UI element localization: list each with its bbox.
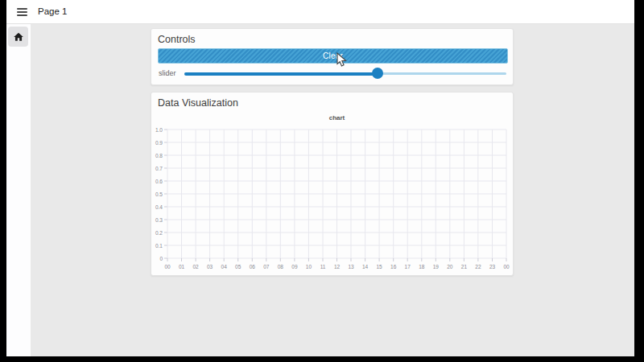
y-tick-label: 0.2	[155, 230, 163, 236]
y-tick-label: 0.5	[155, 191, 163, 197]
chart-plot: 00.10.20.30.40.50.60.70.80.91.0000102030…	[151, 93, 514, 277]
x-tick-label: 14	[362, 264, 369, 269]
y-tick-label: 0.6	[155, 179, 163, 184]
chart-title: chart	[329, 114, 345, 121]
x-tick-label: 05	[235, 264, 242, 269]
slider-fill	[184, 72, 378, 76]
home-button[interactable]	[8, 27, 28, 47]
x-tick-label: 22	[475, 264, 481, 269]
x-tick-label: 20	[447, 264, 453, 269]
x-tick-label: 00	[503, 264, 510, 269]
home-icon	[13, 31, 24, 43]
x-tick-label: 10	[306, 264, 312, 269]
x-tick-label: 01	[179, 264, 185, 269]
app-window: Page 1 Controls Clear slider 00.10.20.30…	[6, 0, 634, 356]
x-tick-label: 04	[221, 264, 228, 269]
x-tick-label: 17	[405, 264, 411, 269]
x-tick-label: 00	[164, 264, 171, 269]
slider-handle[interactable]	[372, 68, 383, 79]
data-visualization-card: 00.10.20.30.40.50.60.70.80.91.0000102030…	[151, 92, 514, 276]
x-tick-label: 12	[334, 264, 341, 269]
data-visualization-title: Data Visualization	[158, 97, 238, 109]
letterbox-right	[634, 0, 644, 362]
y-tick-label: 0	[159, 256, 163, 261]
x-tick-label: 16	[390, 264, 397, 269]
y-tick-label: 1.0	[155, 127, 163, 133]
slider-track[interactable]	[184, 72, 506, 75]
x-tick-label: 13	[348, 264, 354, 269]
x-tick-label: 03	[207, 264, 213, 269]
x-tick-label: 19	[433, 264, 440, 269]
x-tick-label: 15	[376, 264, 382, 269]
y-tick-label: 0.1	[155, 243, 163, 249]
letterbox-left	[0, 0, 6, 362]
y-tick-label: 0.4	[155, 204, 163, 210]
y-tick-label: 0.3	[155, 217, 163, 223]
top-bar: Page 1	[6, 0, 634, 24]
menu-icon[interactable]	[17, 8, 27, 16]
x-tick-label: 02	[192, 264, 199, 269]
x-tick-label: 11	[320, 264, 326, 269]
x-tick-label: 08	[278, 264, 284, 269]
letterbox-bottom	[0, 356, 644, 362]
y-tick-label: 0.9	[155, 140, 163, 146]
sidebar	[6, 24, 31, 356]
slider-label: slider	[159, 69, 176, 77]
y-tick-label: 0.7	[155, 166, 163, 171]
controls-card: Controls Clear slider	[151, 28, 514, 85]
clear-button[interactable]: Clear	[158, 48, 508, 64]
x-tick-label: 09	[291, 264, 298, 269]
x-tick-label: 23	[489, 264, 496, 269]
page-title: Page 1	[38, 0, 67, 23]
x-tick-label: 07	[263, 264, 270, 269]
x-tick-label: 06	[250, 264, 256, 269]
x-tick-label: 21	[461, 264, 468, 269]
x-tick-label: 18	[419, 264, 425, 269]
controls-card-title: Controls	[158, 34, 196, 45]
y-tick-label: 0.8	[155, 153, 163, 158]
